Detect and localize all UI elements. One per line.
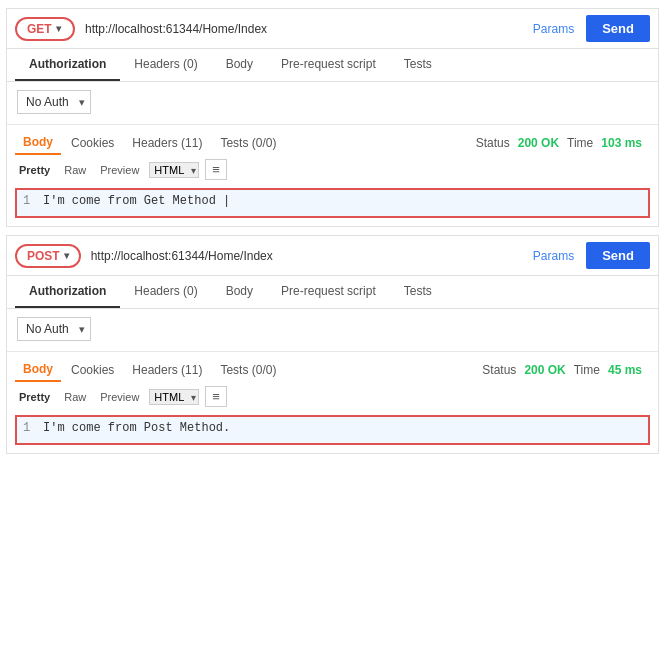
line-num-1: 1 bbox=[23, 194, 35, 212]
status-bar-2: Status 200 OK Time 45 ms bbox=[474, 359, 650, 381]
tab-body-2[interactable]: Body bbox=[212, 276, 267, 308]
send-button-1[interactable]: Send bbox=[586, 15, 650, 42]
resp-tab-headers-2[interactable]: Headers (11) bbox=[124, 359, 210, 381]
send-button-2[interactable]: Send bbox=[586, 242, 650, 269]
tab-prerequest-1[interactable]: Pre-request script bbox=[267, 49, 390, 81]
wrap-button-1[interactable]: ≡ bbox=[205, 159, 227, 180]
tab-tests-1[interactable]: Tests bbox=[390, 49, 446, 81]
tab-authorization-1[interactable]: Authorization bbox=[15, 49, 120, 81]
url-input-2[interactable] bbox=[87, 247, 521, 265]
resp-tab-testresults-2[interactable]: Tests (0/0) bbox=[212, 359, 284, 381]
wrap-button-2[interactable]: ≡ bbox=[205, 386, 227, 407]
tab-body-1[interactable]: Body bbox=[212, 49, 267, 81]
method-chevron-2: ▾ bbox=[64, 250, 69, 261]
method-chevron-1: ▾ bbox=[56, 23, 61, 34]
format-preview-2[interactable]: Preview bbox=[96, 389, 143, 405]
html-select-2[interactable]: HTML bbox=[149, 389, 199, 405]
html-select-1[interactable]: HTML bbox=[149, 162, 199, 178]
resp-tab-body-2[interactable]: Body bbox=[15, 358, 61, 382]
resp-tab-testresults-1[interactable]: Tests (0/0) bbox=[212, 132, 284, 154]
status-label-1: Status bbox=[476, 136, 510, 150]
line-num-2: 1 bbox=[23, 421, 35, 439]
resp-tab-body-1[interactable]: Body bbox=[15, 131, 61, 155]
code-area-1: 1 I'm come from Get Method | bbox=[15, 188, 650, 218]
auth-select-wrapper-1: No Auth bbox=[17, 90, 91, 114]
format-bar-2: Pretty Raw Preview HTML ≡ bbox=[7, 382, 658, 411]
tab-prerequest-2[interactable]: Pre-request script bbox=[267, 276, 390, 308]
url-bar-2: POST ▾ Params Send bbox=[7, 236, 658, 276]
auth-row-1: No Auth bbox=[7, 82, 658, 122]
auth-select-wrapper-2: No Auth bbox=[17, 317, 91, 341]
time-value-2: 45 ms bbox=[608, 363, 642, 377]
method-button-2[interactable]: POST ▾ bbox=[15, 244, 81, 268]
time-value-1: 103 ms bbox=[601, 136, 642, 150]
auth-select-2[interactable]: No Auth bbox=[17, 317, 91, 341]
tab-tests-2[interactable]: Tests bbox=[390, 276, 446, 308]
method-label-2: POST bbox=[27, 249, 60, 263]
status-bar-1: Status 200 OK Time 103 ms bbox=[468, 132, 650, 154]
format-pretty-2[interactable]: Pretty bbox=[15, 389, 54, 405]
html-select-wrapper-1: HTML bbox=[149, 162, 199, 178]
auth-select-1[interactable]: No Auth bbox=[17, 90, 91, 114]
status-label-2: Status bbox=[482, 363, 516, 377]
time-label-1: Time bbox=[567, 136, 593, 150]
status-value-2: 200 OK bbox=[524, 363, 565, 377]
resp-tab-cookies-2[interactable]: Cookies bbox=[63, 359, 122, 381]
request-tabs-1: Authorization Headers (0) Body Pre-reque… bbox=[7, 49, 658, 82]
method-label-1: GET bbox=[27, 22, 52, 36]
response-tabs-1: Body Cookies Headers (11) Tests (0/0) St… bbox=[7, 127, 658, 155]
tab-headers-1[interactable]: Headers (0) bbox=[120, 49, 211, 81]
url-bar-1: GET ▾ Params Send bbox=[7, 9, 658, 49]
params-link-1[interactable]: Params bbox=[527, 22, 580, 36]
auth-row-2: No Auth bbox=[7, 309, 658, 349]
params-link-2[interactable]: Params bbox=[527, 249, 580, 263]
status-value-1: 200 OK bbox=[518, 136, 559, 150]
format-raw-2[interactable]: Raw bbox=[60, 389, 90, 405]
request-block-2: POST ▾ Params Send Authorization Headers… bbox=[6, 235, 659, 454]
code-content-1: I'm come from Get Method | bbox=[43, 194, 642, 212]
request-tabs-2: Authorization Headers (0) Body Pre-reque… bbox=[7, 276, 658, 309]
format-bar-1: Pretty Raw Preview HTML ≡ bbox=[7, 155, 658, 184]
format-raw-1[interactable]: Raw bbox=[60, 162, 90, 178]
url-input-1[interactable] bbox=[81, 20, 521, 38]
method-button-1[interactable]: GET ▾ bbox=[15, 17, 75, 41]
code-area-2: 1 I'm come from Post Method. bbox=[15, 415, 650, 445]
response-tabs-2: Body Cookies Headers (11) Tests (0/0) St… bbox=[7, 354, 658, 382]
code-content-2: I'm come from Post Method. bbox=[43, 421, 642, 439]
request-block-1: GET ▾ Params Send Authorization Headers … bbox=[6, 8, 659, 227]
resp-tab-cookies-1[interactable]: Cookies bbox=[63, 132, 122, 154]
format-pretty-1[interactable]: Pretty bbox=[15, 162, 54, 178]
time-label-2: Time bbox=[574, 363, 600, 377]
html-select-wrapper-2: HTML bbox=[149, 389, 199, 405]
format-preview-1[interactable]: Preview bbox=[96, 162, 143, 178]
tab-authorization-2[interactable]: Authorization bbox=[15, 276, 120, 308]
tab-headers-2[interactable]: Headers (0) bbox=[120, 276, 211, 308]
resp-tab-headers-1[interactable]: Headers (11) bbox=[124, 132, 210, 154]
